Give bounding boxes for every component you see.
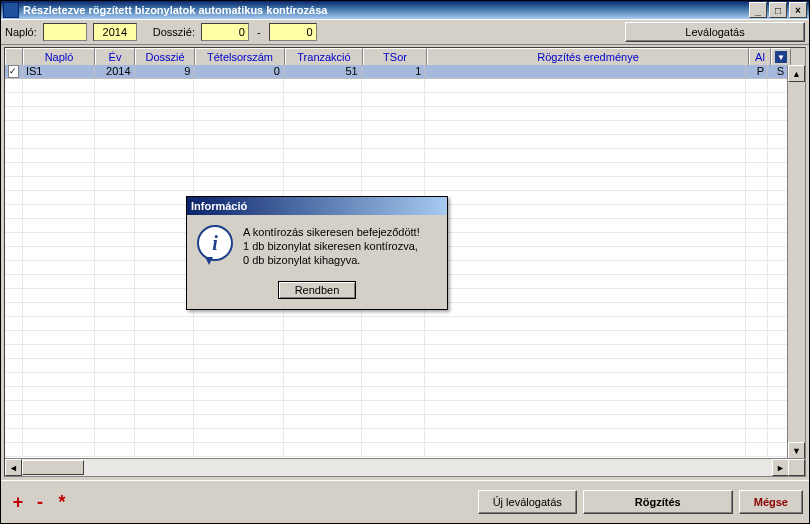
hscroll-thumb[interactable] bbox=[22, 460, 84, 475]
add-row-button[interactable]: + bbox=[7, 491, 29, 513]
table-row-empty bbox=[5, 387, 788, 401]
col-naplo[interactable]: Napló bbox=[23, 48, 95, 65]
col-tsor[interactable]: TSor bbox=[363, 48, 427, 65]
table-row-empty bbox=[5, 345, 788, 359]
horizontal-scrollbar[interactable]: ◄ ► bbox=[5, 458, 805, 476]
minimize-button[interactable]: _ bbox=[749, 2, 767, 18]
table-row-empty bbox=[5, 415, 788, 429]
scroll-left-icon[interactable]: ◄ bbox=[5, 459, 22, 476]
table-row-empty bbox=[5, 107, 788, 121]
col-tranzakcio[interactable]: Tranzakció bbox=[285, 48, 363, 65]
row-naplo: IS1 bbox=[23, 65, 95, 79]
col-al[interactable]: Al bbox=[749, 48, 771, 65]
table-row-empty bbox=[5, 331, 788, 345]
col-ev[interactable]: Év bbox=[95, 48, 135, 65]
col-check[interactable] bbox=[5, 48, 23, 65]
table-row-empty bbox=[5, 163, 788, 177]
table-row-empty bbox=[5, 135, 788, 149]
grid-header-row: Napló Év Dosszié Tételsorszám Tranzakció… bbox=[5, 48, 805, 66]
scroll-down-icon[interactable]: ▼ bbox=[788, 442, 805, 459]
dosszier-sep: - bbox=[257, 26, 261, 38]
main-window: Részletezve rögzített bizonylatok automa… bbox=[0, 0, 810, 524]
scroll-up-icon[interactable]: ▲ bbox=[788, 65, 805, 82]
row-tranz: 51 bbox=[284, 65, 362, 79]
row-tsor: 1 bbox=[362, 65, 426, 79]
col-tetelsorszam[interactable]: Tételsorszám bbox=[195, 48, 285, 65]
close-button[interactable]: × bbox=[789, 2, 807, 18]
dosszier-from-input[interactable] bbox=[201, 23, 249, 41]
col-dosszier[interactable]: Dosszié bbox=[135, 48, 195, 65]
hscroll-track[interactable] bbox=[22, 459, 772, 476]
vertical-scrollbar[interactable]: ▲ ▼ bbox=[787, 65, 805, 459]
row-al: P bbox=[746, 65, 768, 79]
table-row-empty bbox=[5, 79, 788, 93]
remove-row-button[interactable]: - bbox=[29, 491, 51, 513]
info-dialog: Információ i A kontírozás sikeresen befe… bbox=[186, 196, 448, 310]
table-row-empty bbox=[5, 429, 788, 443]
row-dosszier: 9 bbox=[135, 65, 195, 79]
table-row-empty bbox=[5, 443, 788, 457]
ev-input[interactable] bbox=[93, 23, 137, 41]
scroll-right-icon[interactable]: ► bbox=[772, 459, 789, 476]
info-icon: i bbox=[197, 225, 233, 261]
col-dropdown[interactable]: ▼ bbox=[771, 48, 791, 65]
dialog-line3: 0 db bizonylat kihagyva. bbox=[243, 253, 420, 267]
table-row-empty bbox=[5, 93, 788, 107]
table-row-empty bbox=[5, 373, 788, 387]
row-tetel: 0 bbox=[194, 65, 284, 79]
hscroll-corner bbox=[788, 459, 805, 476]
star-button[interactable]: * bbox=[51, 491, 73, 513]
app-icon bbox=[3, 2, 19, 18]
table-row-empty bbox=[5, 359, 788, 373]
row-last: S bbox=[768, 65, 788, 79]
naplo-input[interactable] bbox=[43, 23, 87, 41]
window-title: Részletezve rögzített bizonylatok automa… bbox=[23, 4, 749, 16]
dialog-ok-button[interactable]: Rendben bbox=[278, 281, 357, 299]
megse-button[interactable]: Mégse bbox=[739, 490, 803, 514]
maximize-button[interactable]: □ bbox=[769, 2, 787, 18]
row-ev: 2014 bbox=[95, 65, 135, 79]
dialog-text: A kontírozás sikeresen befejeződött! 1 d… bbox=[243, 225, 420, 267]
row-check[interactable]: ✓ bbox=[5, 65, 23, 79]
params-bar: Napló: Dosszié: - Leválogatás bbox=[1, 19, 809, 45]
checkbox-icon: ✓ bbox=[8, 65, 19, 78]
levalogatas-button[interactable]: Leválogatás bbox=[625, 22, 805, 42]
uj-levalogatas-button[interactable]: Új leválogatás bbox=[478, 490, 577, 514]
table-row-empty bbox=[5, 401, 788, 415]
titlebar: Részletezve rögzített bizonylatok automa… bbox=[1, 1, 809, 19]
bottom-bar: + - * Új leválogatás Rögzítés Mégse bbox=[1, 480, 809, 523]
dosszier-to-input[interactable] bbox=[269, 23, 317, 41]
col-eredmeny[interactable]: Rögzítés eredménye bbox=[427, 48, 749, 65]
rogzites-button[interactable]: Rögzítés bbox=[583, 490, 733, 514]
table-row-empty bbox=[5, 149, 788, 163]
dropdown-icon: ▼ bbox=[775, 51, 787, 63]
dialog-line1: A kontírozás sikeresen befejeződött! bbox=[243, 225, 420, 239]
table-row-empty bbox=[5, 317, 788, 331]
table-row-empty bbox=[5, 121, 788, 135]
dialog-line2: 1 db bizonylat sikeresen kontírozva, bbox=[243, 239, 420, 253]
naplo-label: Napló: bbox=[5, 26, 37, 38]
table-row-empty bbox=[5, 177, 788, 191]
dialog-title: Információ bbox=[187, 197, 447, 215]
dosszier-label: Dosszié: bbox=[153, 26, 195, 38]
table-row[interactable]: ✓ IS1 2014 9 0 51 1 P S bbox=[5, 65, 788, 79]
row-eredmeny bbox=[425, 65, 746, 79]
